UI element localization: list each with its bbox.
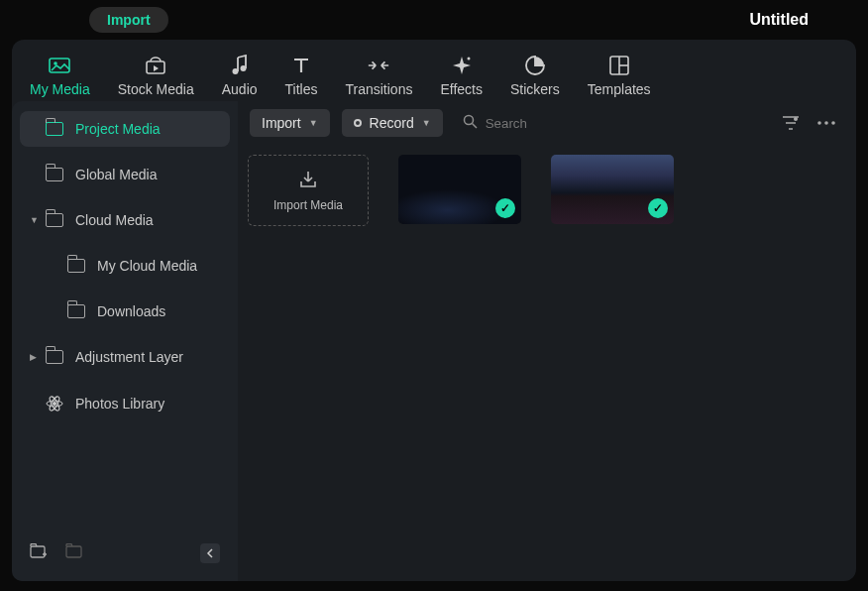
sidebar-item-adjustment-layer[interactable]: ▶ Adjustment Layer <box>20 339 230 375</box>
search-icon <box>463 114 478 132</box>
media-toolbar: Import ▼ Record ▼ <box>238 97 856 145</box>
templates-icon <box>607 54 631 77</box>
media-area: Import ▼ Record ▼ <box>238 97 856 581</box>
svg-point-19 <box>817 121 821 125</box>
more-horizontal-icon <box>817 121 835 125</box>
chevron-down-icon: ▼ <box>422 118 431 128</box>
tab-label: Stock Media <box>118 81 194 97</box>
sidebar-item-label: Adjustment Layer <box>75 349 183 365</box>
svg-marker-3 <box>154 65 159 71</box>
top-bar: Import Untitled <box>0 0 868 40</box>
svg-point-4 <box>232 68 238 74</box>
check-badge-icon: ✓ <box>495 198 515 218</box>
folder-icon <box>46 213 63 227</box>
transitions-icon <box>367 54 390 77</box>
import-tab-pill[interactable]: Import <box>89 7 168 33</box>
sidebar-item-downloads[interactable]: Downloads <box>20 294 230 329</box>
chevron-down-icon: ▼ <box>309 118 318 128</box>
sidebar-item-label: Global Media <box>75 167 158 182</box>
folder-muted-icon[interactable] <box>65 543 83 563</box>
media-grid: Import Media ✓ ✓ <box>238 145 856 236</box>
search-box[interactable] <box>463 114 624 132</box>
media-icon <box>48 54 71 77</box>
svg-point-18 <box>794 117 798 121</box>
more-button[interactable] <box>814 111 838 135</box>
sidebar-item-label: Downloads <box>97 303 165 319</box>
filter-icon <box>782 115 800 131</box>
new-folder-icon[interactable] <box>30 543 48 563</box>
media-thumbnail[interactable]: ✓ <box>398 155 521 224</box>
tab-label: Audio <box>222 81 258 97</box>
import-tile-label: Import Media <box>273 198 343 212</box>
import-dropdown[interactable]: Import ▼ <box>250 109 330 137</box>
tab-effects[interactable]: Effects <box>440 54 483 97</box>
sidebar-item-label: Photos Library <box>75 396 164 412</box>
record-icon <box>354 119 362 127</box>
tab-label: My Media <box>30 81 90 97</box>
search-input[interactable] <box>486 116 624 131</box>
caret-down-icon: ▼ <box>30 215 38 225</box>
tab-titles[interactable]: Titles <box>285 54 318 97</box>
svg-point-6 <box>467 58 470 60</box>
sidebar-item-label: Project Media <box>75 121 161 137</box>
folder-icon <box>46 350 63 364</box>
sidebar-item-photos-library[interactable]: Photos Library <box>20 385 230 422</box>
svg-point-10 <box>53 402 56 406</box>
sidebar: Project Media Global Media ▼ Cloud Media… <box>12 101 238 581</box>
svg-point-16 <box>464 116 473 125</box>
svg-line-17 <box>472 124 477 129</box>
svg-point-20 <box>824 121 828 125</box>
tab-label: Transitions <box>345 81 412 97</box>
check-badge-icon: ✓ <box>648 198 668 218</box>
import-media-tile[interactable]: Import Media <box>248 155 369 226</box>
tab-templates[interactable]: Templates <box>588 54 651 97</box>
svg-rect-14 <box>31 546 45 557</box>
tab-label: Stickers <box>510 81 560 97</box>
nav-tabs: My Media Stock Media Audio Titles Transi… <box>12 40 856 97</box>
import-icon <box>298 170 318 192</box>
project-title: Untitled <box>749 11 809 29</box>
main-panel: My Media Stock Media Audio Titles Transi… <box>12 40 856 581</box>
text-icon <box>289 54 313 77</box>
sidebar-item-global-media[interactable]: Global Media <box>20 157 230 192</box>
tab-transitions[interactable]: Transitions <box>345 54 412 97</box>
tab-stock-media[interactable]: Stock Media <box>118 54 194 97</box>
svg-point-5 <box>240 65 246 71</box>
tab-label: Titles <box>285 81 318 97</box>
sidebar-item-label: Cloud Media <box>75 212 154 228</box>
photos-library-icon <box>46 395 63 413</box>
tab-audio[interactable]: Audio <box>222 54 258 97</box>
folder-icon <box>67 304 85 318</box>
folder-icon <box>46 168 63 181</box>
tab-label: Templates <box>588 81 651 97</box>
sidebar-item-project-media[interactable]: Project Media <box>20 111 230 147</box>
button-label: Record <box>370 115 414 131</box>
svg-point-21 <box>831 121 835 125</box>
svg-rect-15 <box>66 546 81 557</box>
content-area: Project Media Global Media ▼ Cloud Media… <box>12 97 856 581</box>
sticker-icon <box>523 54 547 77</box>
tab-stickers[interactable]: Stickers <box>510 54 560 97</box>
record-dropdown[interactable]: Record ▼ <box>342 109 443 137</box>
filter-button[interactable] <box>779 111 803 135</box>
sparkle-icon <box>450 54 474 77</box>
sidebar-item-label: My Cloud Media <box>97 258 197 274</box>
folder-icon <box>67 259 85 273</box>
music-note-icon <box>228 54 252 77</box>
cloud-media-icon <box>144 54 167 77</box>
sidebar-item-my-cloud-media[interactable]: My Cloud Media <box>20 248 230 284</box>
collapse-sidebar-button[interactable] <box>200 543 220 563</box>
tab-my-media[interactable]: My Media <box>30 54 90 97</box>
folder-icon <box>46 122 63 136</box>
media-thumbnail[interactable]: ✓ <box>551 155 674 224</box>
sidebar-footer <box>20 535 230 571</box>
caret-right-icon: ▶ <box>30 352 38 362</box>
button-label: Import <box>262 115 301 131</box>
tab-label: Effects <box>440 81 483 97</box>
sidebar-item-cloud-media[interactable]: ▼ Cloud Media <box>20 202 230 238</box>
